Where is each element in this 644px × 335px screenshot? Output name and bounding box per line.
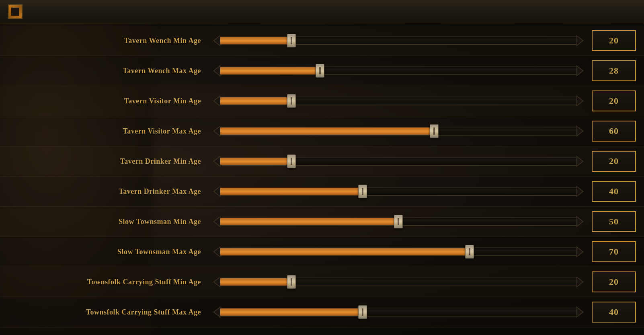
- track-arrow-left-icon: [213, 306, 220, 318]
- slider-row-tavern-wench-max-age: Tavern Wench Max Age28: [0, 56, 644, 86]
- slider-row-tavern-visitor-min-age: Tavern Visitor Min Age20: [0, 86, 644, 116]
- track-container-slow-townsman-min-age: [209, 216, 588, 227]
- track-townsfolk-carrying-stuff-max-age: [213, 306, 584, 318]
- track-tavern-drinker-max-age: [213, 186, 584, 197]
- label-tavern-wench-max-age: Tavern Wench Max Age: [8, 67, 209, 75]
- track-arrow-left-icon: [213, 276, 220, 288]
- track-arrow-left-icon: [213, 246, 220, 257]
- value-box-tavern-visitor-max-age: 60: [592, 121, 636, 142]
- track-arrow-left-icon: [213, 95, 220, 107]
- slider-row-tavern-drinker-max-age: Tavern Drinker Max Age40: [0, 177, 644, 207]
- value-text-townsfolk-carrying-stuff-max-age: 40: [609, 307, 619, 317]
- slider-row-tavern-drinker-min-age: Tavern Drinker Min Age20: [0, 146, 644, 177]
- value-box-slow-townsman-max-age: 70: [592, 241, 636, 262]
- track-arrow-right-icon: [576, 65, 584, 76]
- track-arrow-right-icon: [576, 216, 584, 227]
- label-slow-townsman-max-age: Slow Townsman Max Age: [8, 248, 209, 256]
- track-arrow-right-icon: [576, 156, 584, 167]
- track-container-townsfolk-carrying-stuff-min-age: [209, 276, 588, 288]
- track-slow-townsman-max-age: [213, 246, 584, 257]
- label-tavern-visitor-min-age: Tavern Visitor Min Age: [8, 97, 209, 105]
- track-container-tavern-wench-min-age: [209, 35, 588, 46]
- slider-row-townsfolk-carrying-stuff-min-age: Townsfolk Carrying Stuff Min Age20: [0, 267, 644, 297]
- track-inner-tavern-drinker-min-age: [220, 157, 576, 166]
- value-box-townsfolk-carrying-stuff-min-age: 20: [592, 271, 636, 292]
- track-arrow-right-icon: [576, 306, 584, 318]
- track-arrow-left-icon: [213, 125, 220, 137]
- track-inner-slow-townsman-max-age: [220, 247, 576, 256]
- sliders-content: Tavern Wench Min Age20Tavern Wench Max A…: [0, 23, 644, 335]
- value-box-slow-townsman-min-age: 50: [592, 211, 636, 232]
- track-arrow-right-icon: [576, 35, 584, 46]
- value-text-tavern-drinker-min-age: 20: [609, 156, 619, 166]
- value-text-tavern-visitor-min-age: 20: [609, 96, 619, 106]
- label-townsfolk-carrying-stuff-max-age: Townsfolk Carrying Stuff Max Age: [8, 308, 209, 317]
- value-text-tavern-wench-max-age: 28: [609, 66, 619, 76]
- track-arrow-right-icon: [576, 125, 584, 137]
- slider-row-tavern-visitor-max-age: Tavern Visitor Max Age60: [0, 116, 644, 146]
- value-text-tavern-wench-min-age: 20: [609, 35, 619, 46]
- track-container-townsfolk-carrying-stuff-max-age: [209, 306, 588, 318]
- value-text-slow-townsman-max-age: 70: [609, 247, 619, 257]
- track-arrow-right-icon: [576, 186, 584, 197]
- track-container-slow-townsman-max-age: [209, 246, 588, 257]
- track-inner-tavern-visitor-max-age: [220, 127, 576, 136]
- value-text-tavern-drinker-max-age: 40: [609, 186, 619, 197]
- value-text-townsfolk-carrying-stuff-min-age: 20: [609, 277, 619, 287]
- track-inner-townsfolk-carrying-stuff-min-age: [220, 277, 576, 286]
- panel-icon-inner: [11, 8, 19, 16]
- track-container-tavern-visitor-max-age: [209, 125, 588, 137]
- label-tavern-visitor-max-age: Tavern Visitor Max Age: [8, 127, 209, 136]
- value-text-tavern-visitor-max-age: 60: [609, 126, 619, 136]
- header-left: [8, 4, 28, 19]
- value-box-tavern-visitor-min-age: 20: [592, 90, 636, 111]
- track-inner-townsfolk-carrying-stuff-max-age: [220, 308, 576, 317]
- track-tavern-wench-min-age: [213, 35, 584, 46]
- label-tavern-drinker-max-age: Tavern Drinker Max Age: [8, 187, 209, 196]
- value-box-tavern-wench-min-age: 20: [592, 30, 636, 51]
- track-container-tavern-drinker-min-age: [209, 156, 588, 167]
- track-inner-tavern-visitor-min-age: [220, 97, 576, 105]
- track-inner-tavern-drinker-max-age: [220, 187, 576, 196]
- value-text-slow-townsman-min-age: 50: [609, 216, 619, 227]
- track-inner-tavern-wench-max-age: [220, 66, 576, 75]
- track-tavern-visitor-min-age: [213, 95, 584, 107]
- track-inner-slow-townsman-min-age: [220, 217, 576, 226]
- track-tavern-drinker-min-age: [213, 156, 584, 167]
- label-townsfolk-carrying-stuff-min-age: Townsfolk Carrying Stuff Min Age: [8, 278, 209, 286]
- track-arrow-left-icon: [213, 35, 220, 46]
- track-tavern-wench-max-age: [213, 65, 584, 76]
- slider-row-slow-townsman-min-age: Slow Townsman Min Age50: [0, 207, 644, 237]
- value-box-tavern-drinker-min-age: 20: [592, 151, 636, 172]
- track-arrow-left-icon: [213, 65, 220, 76]
- panel-icon: [8, 4, 23, 19]
- panel-header: [0, 0, 644, 23]
- track-slow-townsman-min-age: [213, 216, 584, 227]
- label-tavern-drinker-min-age: Tavern Drinker Min Age: [8, 157, 209, 166]
- value-box-townsfolk-carrying-stuff-max-age: 40: [592, 302, 636, 323]
- track-container-tavern-wench-max-age: [209, 65, 588, 76]
- track-townsfolk-carrying-stuff-min-age: [213, 276, 584, 288]
- track-container-tavern-drinker-max-age: [209, 186, 588, 197]
- value-box-tavern-wench-max-age: 28: [592, 60, 636, 81]
- track-arrow-right-icon: [576, 246, 584, 257]
- slider-row-tavern-wench-min-age: Tavern Wench Min Age20: [0, 26, 644, 56]
- value-box-tavern-drinker-max-age: 40: [592, 181, 636, 202]
- track-inner-tavern-wench-min-age: [220, 36, 576, 45]
- track-tavern-visitor-max-age: [213, 125, 584, 137]
- track-arrow-left-icon: [213, 156, 220, 167]
- track-arrow-right-icon: [576, 276, 584, 288]
- track-arrow-right-icon: [576, 95, 584, 107]
- slider-row-slow-townsman-max-age: Slow Townsman Max Age70: [0, 237, 644, 267]
- label-tavern-wench-min-age: Tavern Wench Min Age: [8, 37, 209, 45]
- track-container-tavern-visitor-min-age: [209, 95, 588, 107]
- slider-row-townsfolk-carrying-stuff-max-age: Townsfolk Carrying Stuff Max Age40: [0, 297, 644, 327]
- label-slow-townsman-min-age: Slow Townsman Min Age: [8, 218, 209, 226]
- main-container: Tavern Wench Min Age20Tavern Wench Max A…: [0, 0, 644, 335]
- track-arrow-left-icon: [213, 186, 220, 197]
- track-arrow-left-icon: [213, 216, 220, 227]
